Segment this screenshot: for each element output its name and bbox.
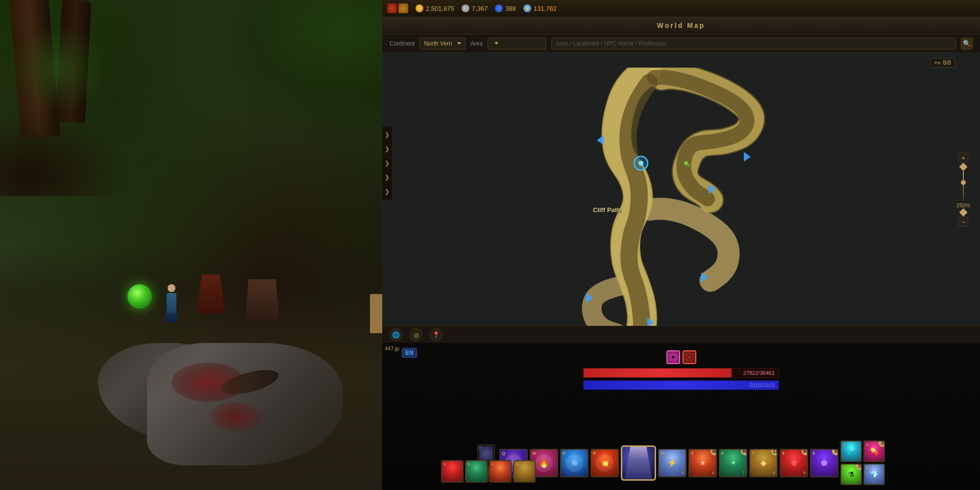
- skill-e-slot[interactable]: ❄ E: [560, 449, 588, 477]
- currency-lightning: ⚡ 131,762: [523, 4, 557, 12]
- skill-5-key: 5: [691, 451, 693, 456]
- skill-7-level: 8: [773, 470, 775, 475]
- skill-f-key: F: [491, 462, 494, 466]
- skill-9-badge: 0: [832, 449, 838, 455]
- map-container: World Map Continent North Vern Area Area…: [382, 17, 980, 343]
- skill-s-slot[interactable]: S: [441, 460, 464, 483]
- skill-8-key: 8: [782, 451, 784, 456]
- collapse-arrow-2[interactable]: ❯: [385, 146, 390, 152]
- svg-marker-3: [744, 152, 751, 162]
- item-slot-4[interactable]: 💎 V: [863, 464, 885, 485]
- item-slot-2[interactable]: 💊 X 2: [863, 441, 885, 462]
- skills-bar: B V ⚜ Q: [477, 441, 885, 485]
- char-silhouette: [625, 447, 652, 479]
- skill-e-key: E: [563, 451, 565, 456]
- edge-tab[interactable]: [370, 294, 382, 333]
- item-1-key: Z: [843, 442, 845, 447]
- zoom-diamond: [959, 163, 967, 171]
- item-2-key: X: [866, 442, 868, 447]
- map-controls: Continent North Vern Area Area / Landmar…: [382, 34, 980, 53]
- zoom-line: [963, 171, 964, 200]
- svg-point-9: [687, 164, 690, 167]
- skill-6-slot[interactable]: ✦ 6 7 99: [719, 449, 747, 477]
- skill-f-slot[interactable]: F: [489, 460, 512, 483]
- target-icon: ◎: [414, 331, 419, 339]
- search-icon: 🔍: [963, 40, 971, 47]
- globe-button[interactable]: 🌐: [390, 328, 402, 341]
- skill-s-key: S: [443, 462, 446, 466]
- item-slot-1[interactable]: 🧪 Z: [840, 441, 862, 462]
- pin-button[interactable]: 📍: [430, 328, 442, 341]
- search-placeholder: Area / Landmark / NPC Name / Profession: [556, 40, 666, 47]
- skill-5-slot[interactable]: ★ 5 6 46: [688, 449, 717, 477]
- currency-silver: 7,367: [462, 4, 488, 12]
- item-slots-right: 🧪 Z 💊 X 2 ⚗: [840, 441, 885, 485]
- skill-f1-slot[interactable]: ⚡ Ft 5: [658, 449, 686, 477]
- continent-label: Continent: [390, 40, 415, 47]
- green-orb: [127, 284, 152, 309]
- area-label: Area: [470, 40, 483, 47]
- map-terrain: Cliff Path: [510, 68, 853, 326]
- bottom-hud: 447.jp EN ✦ ⬡ 27822/36461 2915/291: [382, 343, 980, 490]
- zoom-in-button[interactable]: +: [958, 152, 968, 162]
- globe-icon: 🌐: [392, 331, 400, 339]
- continent-select[interactable]: North Vern: [419, 38, 465, 49]
- currency-gold: 2,501,675: [416, 4, 454, 12]
- map-area[interactable]: ❯ ❯ ❯ ❯ ❯: [382, 53, 980, 326]
- skill-8-level: 9: [803, 470, 806, 475]
- account-icons: [387, 3, 408, 13]
- gold-coin: [416, 4, 423, 12]
- skill-5-badge: 46: [710, 449, 717, 455]
- right-panel: 2,501,675 7,367 388 ⚡ 131,762 World Map …: [382, 0, 980, 490]
- character-icon: [387, 3, 397, 13]
- blue-amount: 388: [505, 5, 516, 12]
- map-header: World Map: [382, 17, 980, 34]
- zoom-controls: + 250% −: [956, 152, 970, 226]
- skill-r-slot[interactable]: 💥 R: [590, 449, 619, 477]
- collapse-arrow-3[interactable]: ❯: [385, 160, 390, 167]
- tree-roots: [0, 98, 147, 196]
- silver-amount: 7,367: [472, 5, 488, 12]
- svg-point-8: [684, 161, 688, 165]
- lightning-coin: ⚡: [523, 4, 531, 12]
- buff-icon-1: ✦: [666, 350, 680, 364]
- collapse-arrow-1[interactable]: ❯: [385, 131, 390, 138]
- zoom-indicator: [961, 180, 966, 185]
- key-icon: 🗝: [934, 59, 940, 66]
- skill-6-key: 6: [721, 451, 724, 456]
- lang-text: EN: [405, 349, 414, 356]
- item-slot-3[interactable]: ⚗ C 3: [840, 464, 862, 485]
- collection-badge: 🗝 8/8: [930, 58, 956, 68]
- zoom-diamond-2: [959, 208, 967, 217]
- skill-w-key: W: [532, 451, 537, 456]
- target-button[interactable]: ◎: [410, 328, 422, 341]
- skill-7-slot[interactable]: ◆ 7 8 13: [749, 449, 778, 477]
- game-scene: [0, 0, 382, 490]
- map-bottom-controls: 🌐 ◎ 📍: [382, 326, 980, 343]
- item-3-key: C: [843, 466, 846, 470]
- skill-7-key: 7: [752, 451, 754, 456]
- item-2-badge: 2: [879, 441, 885, 447]
- collapse-arrow-5[interactable]: ❯: [385, 188, 390, 195]
- zoom-out-button[interactable]: −: [958, 217, 968, 226]
- action-b-button[interactable]: B: [477, 444, 495, 462]
- svg-text:Cliff Path: Cliff Path: [593, 206, 621, 214]
- currency-bar: 2,501,675 7,367 388 ⚡ 131,762: [382, 0, 980, 17]
- skill-g-slot[interactable]: G: [513, 460, 536, 483]
- svg-point-1: [638, 161, 643, 166]
- search-box[interactable]: Area / Landmark / NPC Name / Profession: [551, 38, 956, 49]
- skill-9-slot[interactable]: ⬟ 9 0: [810, 449, 838, 477]
- mana-bar: 2915/2915: [583, 380, 779, 390]
- action-b-label: B: [479, 445, 481, 450]
- item-4-key: V: [866, 466, 868, 470]
- mana-text: 2915/2915: [749, 382, 775, 388]
- skill-6-badge: 99: [741, 449, 747, 455]
- area-select[interactable]: [488, 38, 546, 49]
- lightning-amount: 131,762: [534, 5, 557, 12]
- skill-9-key: 9: [812, 451, 815, 456]
- character-center-icon: [621, 445, 656, 481]
- search-button[interactable]: 🔍: [961, 38, 973, 49]
- collapse-arrow-4[interactable]: ❯: [385, 174, 390, 181]
- skill-d-slot[interactable]: D: [465, 460, 488, 483]
- skill-8-slot[interactable]: ⊕ 8 9 99: [780, 449, 808, 477]
